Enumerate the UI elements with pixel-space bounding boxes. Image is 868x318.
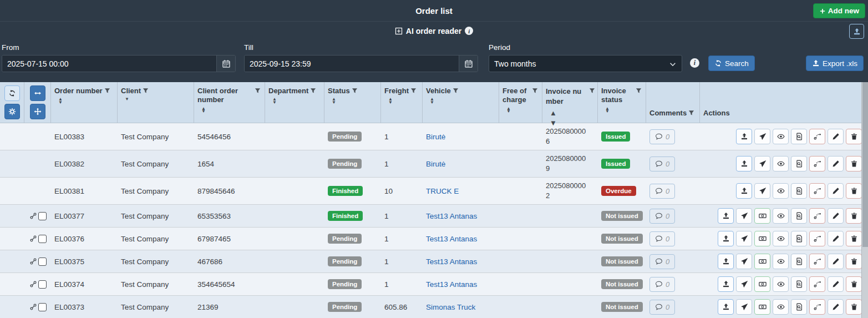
upload-action-button[interactable]	[718, 208, 734, 224]
delete-action-button[interactable]	[846, 129, 862, 144]
add-new-button[interactable]: Add new	[813, 3, 865, 18]
row-checkbox[interactable]	[38, 212, 47, 220]
route-action-button[interactable]	[809, 231, 825, 246]
route-action-button[interactable]	[809, 299, 825, 315]
file-search-action-button[interactable]	[791, 299, 807, 315]
column-header-department[interactable]: Department▲▼	[265, 82, 324, 123]
comments-button[interactable]: 0	[649, 184, 675, 199]
refresh-table-button[interactable]	[4, 85, 20, 101]
column-header-order-number[interactable]: Order number▲▼	[51, 82, 118, 123]
send-action-button[interactable]	[754, 156, 770, 171]
sort-icon[interactable]: ▲▼	[58, 98, 115, 104]
delete-action-button[interactable]	[846, 231, 862, 246]
delete-action-button[interactable]	[846, 183, 862, 199]
row-checkbox[interactable]	[38, 258, 47, 266]
column-header-invoice-number[interactable]: Invoice number▲▼	[542, 82, 598, 123]
upload-action-button[interactable]	[718, 276, 734, 292]
sort-icon[interactable]: ▲▼	[605, 107, 643, 113]
calendar-icon[interactable]	[216, 55, 235, 72]
sort-icon[interactable]: ▼	[125, 98, 191, 101]
vehicle-link[interactable]: Simonas Truck	[426, 303, 475, 311]
delete-action-button[interactable]	[846, 299, 862, 315]
file-search-action-button[interactable]	[791, 183, 807, 199]
edit-action-button[interactable]	[828, 156, 844, 171]
scrollbar-thumb[interactable]	[862, 82, 868, 247]
sort-icon[interactable]: ▲▼	[332, 98, 378, 104]
edit-action-button[interactable]	[828, 231, 844, 246]
eye-action-button[interactable]	[773, 299, 789, 315]
till-date-input[interactable]: 2025-09-15 23:59	[244, 55, 478, 72]
comments-button[interactable]: 0	[649, 231, 675, 246]
vehicle-link[interactable]: Test13 Antanas	[426, 212, 477, 220]
file-search-action-button[interactable]	[791, 156, 807, 171]
sort-icon[interactable]: ▲▼	[272, 98, 322, 104]
route-action-button[interactable]	[809, 156, 825, 171]
delete-action-button[interactable]	[846, 156, 862, 171]
filter-icon[interactable]	[688, 110, 694, 116]
money-action-button[interactable]	[754, 254, 770, 269]
column-header-status[interactable]: Status▲▼	[324, 82, 381, 123]
filter-icon[interactable]	[589, 88, 595, 94]
row-checkbox[interactable]	[38, 303, 47, 311]
row-checkbox[interactable]	[38, 235, 47, 243]
info-icon[interactable]: i	[690, 58, 699, 68]
send-action-button[interactable]	[736, 299, 752, 315]
column-header-free-of-charge[interactable]: Free of charge▲▼	[499, 82, 542, 123]
eye-action-button[interactable]	[773, 276, 789, 292]
upload-action-button[interactable]	[736, 129, 752, 144]
eye-action-button[interactable]	[773, 208, 789, 224]
delete-action-button[interactable]	[846, 276, 862, 292]
period-select[interactable]: Two months	[489, 55, 682, 72]
route-action-button[interactable]	[809, 254, 825, 269]
route-action-button[interactable]	[809, 276, 825, 292]
vehicle-link[interactable]: Test13 Antanas	[426, 235, 477, 243]
edit-action-button[interactable]	[828, 299, 844, 315]
column-header-vehicle[interactable]: Vehicle▲▼	[423, 82, 499, 123]
comments-button[interactable]: 0	[649, 157, 675, 171]
send-action-button[interactable]	[736, 231, 752, 246]
eye-action-button[interactable]	[773, 129, 789, 144]
edit-action-button[interactable]	[828, 254, 844, 269]
sort-icon[interactable]: ▲▼	[201, 107, 262, 113]
edit-action-button[interactable]	[828, 183, 844, 199]
reorder-columns-button[interactable]	[30, 104, 45, 119]
calendar-icon[interactable]	[459, 55, 478, 72]
comments-button[interactable]: 0	[649, 209, 675, 224]
vehicle-link[interactable]: Test13 Antanas	[426, 258, 477, 266]
file-search-action-button[interactable]	[791, 276, 807, 292]
route-action-button[interactable]	[809, 183, 825, 199]
filter-icon[interactable]	[310, 88, 316, 94]
edit-action-button[interactable]	[828, 208, 844, 224]
vehicle-link[interactable]: Birutė	[426, 133, 445, 141]
delete-action-button[interactable]	[846, 208, 862, 224]
eye-action-button[interactable]	[773, 254, 789, 269]
comments-button[interactable]: 0	[649, 300, 675, 315]
file-search-action-button[interactable]	[791, 129, 807, 144]
file-search-action-button[interactable]	[791, 208, 807, 224]
eye-action-button[interactable]	[773, 156, 789, 171]
upload-action-button[interactable]	[736, 183, 752, 199]
send-action-button[interactable]	[754, 129, 770, 144]
ai-order-reader-toggle[interactable]: AI order reader i	[395, 27, 473, 36]
row-checkbox[interactable]	[38, 280, 47, 289]
send-action-button[interactable]	[736, 208, 752, 224]
column-header-invoice-status[interactable]: Invoice status▲▼	[598, 82, 646, 123]
send-action-button[interactable]	[736, 254, 752, 269]
table-settings-button[interactable]	[4, 104, 20, 119]
file-search-action-button[interactable]	[791, 254, 807, 269]
column-header-freight[interactable]: Freight▲▼	[381, 82, 423, 123]
export-xls-button[interactable]: Export .xls	[806, 55, 864, 71]
filter-icon[interactable]	[143, 88, 149, 94]
send-action-button[interactable]	[754, 183, 770, 199]
comments-button[interactable]: 0	[649, 129, 675, 144]
sort-icon[interactable]: ▲▼	[506, 107, 540, 113]
edit-action-button[interactable]	[828, 129, 844, 144]
till-date-value[interactable]: 2025-09-15 23:59	[245, 55, 459, 72]
comments-button[interactable]: 0	[649, 254, 675, 269]
filter-icon[interactable]	[410, 88, 417, 94]
send-action-button[interactable]	[736, 276, 752, 292]
money-action-button[interactable]	[754, 276, 770, 292]
comments-button[interactable]: 0	[649, 277, 675, 292]
vehicle-link[interactable]: Test13 Antanas	[426, 280, 477, 289]
sort-icon[interactable]: ▲▼	[388, 98, 420, 104]
